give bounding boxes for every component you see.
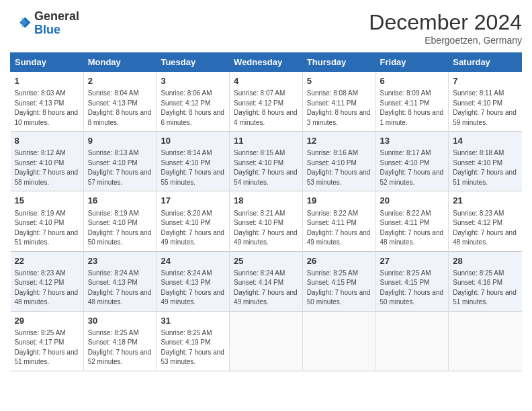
day-detail: Sunrise: 8:25 AMSunset: 4:18 PMDaylight:…: [88, 328, 152, 367]
day-detail: Sunrise: 8:04 AMSunset: 4:13 PMDaylight:…: [88, 89, 152, 128]
calendar-cell: 4Sunrise: 8:07 AMSunset: 4:12 PMDaylight…: [230, 72, 303, 132]
calendar-cell: 8Sunrise: 8:12 AMSunset: 4:10 PMDaylight…: [11, 132, 84, 191]
calendar-cell: 20Sunrise: 8:22 AMSunset: 4:11 PMDayligh…: [375, 191, 449, 251]
day-number: 4: [234, 75, 298, 87]
calendar-cell: 25Sunrise: 8:24 AMSunset: 4:14 PMDayligh…: [230, 251, 303, 311]
day-detail: Sunrise: 8:03 AMSunset: 4:13 PMDaylight:…: [15, 89, 79, 128]
calendar-cell: 16Sunrise: 8:19 AMSunset: 4:10 PMDayligh…: [83, 191, 157, 251]
calendar-cell: [230, 311, 303, 371]
calendar-cell: 7Sunrise: 8:11 AMSunset: 4:10 PMDaylight…: [449, 72, 522, 132]
day-detail: Sunrise: 8:20 AMSunset: 4:10 PMDaylight:…: [161, 209, 225, 248]
day-detail: Sunrise: 8:25 AMSunset: 4:15 PMDaylight:…: [380, 269, 445, 308]
day-detail: Sunrise: 8:18 AMSunset: 4:10 PMDaylight:…: [453, 148, 517, 187]
day-number: 9: [88, 135, 152, 147]
calendar-cell: 12Sunrise: 8:16 AMSunset: 4:10 PMDayligh…: [302, 132, 375, 191]
day-number: 1: [15, 75, 79, 87]
day-detail: Sunrise: 8:09 AMSunset: 4:11 PMDaylight:…: [380, 89, 445, 128]
day-detail: Sunrise: 8:25 AMSunset: 4:19 PMDaylight:…: [161, 328, 225, 367]
day-detail: Sunrise: 8:25 AMSunset: 4:17 PMDaylight:…: [15, 328, 79, 367]
day-number: 22: [15, 255, 79, 267]
calendar-cell: 21Sunrise: 8:23 AMSunset: 4:12 PMDayligh…: [449, 191, 522, 251]
day-number: 23: [88, 255, 152, 267]
calendar-cell: 22Sunrise: 8:23 AMSunset: 4:12 PMDayligh…: [11, 251, 84, 311]
day-detail: Sunrise: 8:25 AMSunset: 4:15 PMDaylight:…: [307, 269, 371, 308]
calendar-cell: [449, 311, 522, 371]
calendar-cell: 14Sunrise: 8:18 AMSunset: 4:10 PMDayligh…: [449, 132, 522, 191]
day-number: 5: [307, 75, 371, 87]
day-number: 13: [380, 135, 445, 147]
day-detail: Sunrise: 8:13 AMSunset: 4:10 PMDaylight:…: [88, 148, 152, 187]
day-detail: Sunrise: 8:15 AMSunset: 4:10 PMDaylight:…: [234, 148, 298, 187]
day-detail: Sunrise: 8:14 AMSunset: 4:10 PMDaylight:…: [161, 148, 225, 187]
day-number: 18: [234, 195, 298, 207]
day-detail: Sunrise: 8:22 AMSunset: 4:11 PMDaylight:…: [380, 209, 445, 248]
day-number: 27: [380, 255, 445, 267]
day-number: 29: [15, 315, 79, 327]
day-number: 31: [161, 315, 225, 327]
day-detail: Sunrise: 8:08 AMSunset: 4:11 PMDaylight:…: [307, 89, 371, 128]
day-number: 12: [307, 135, 371, 147]
calendar-cell: 1Sunrise: 8:03 AMSunset: 4:13 PMDaylight…: [11, 72, 84, 132]
day-number: 3: [161, 75, 225, 87]
day-number: 26: [307, 255, 371, 267]
location-subtitle: Ebergoetzen, Germany: [369, 35, 522, 46]
day-detail: Sunrise: 8:17 AMSunset: 4:10 PMDaylight:…: [380, 148, 445, 187]
day-detail: Sunrise: 8:21 AMSunset: 4:10 PMDaylight:…: [234, 209, 298, 248]
calendar-cell: 28Sunrise: 8:25 AMSunset: 4:16 PMDayligh…: [449, 251, 522, 311]
logo-icon: [10, 13, 32, 34]
day-number: 19: [307, 195, 371, 207]
day-number: 30: [88, 315, 152, 327]
day-detail: Sunrise: 8:11 AMSunset: 4:10 PMDaylight:…: [453, 89, 517, 128]
day-detail: Sunrise: 8:24 AMSunset: 4:13 PMDaylight:…: [88, 269, 152, 308]
calendar-cell: 30Sunrise: 8:25 AMSunset: 4:18 PMDayligh…: [83, 311, 157, 371]
calendar-week-1: 1Sunrise: 8:03 AMSunset: 4:13 PMDaylight…: [11, 72, 522, 132]
day-detail: Sunrise: 8:07 AMSunset: 4:12 PMDaylight:…: [234, 89, 298, 128]
day-detail: Sunrise: 8:19 AMSunset: 4:10 PMDaylight:…: [88, 209, 152, 248]
calendar-week-5: 29Sunrise: 8:25 AMSunset: 4:17 PMDayligh…: [11, 311, 522, 371]
day-number: 2: [88, 75, 152, 87]
calendar-cell: 5Sunrise: 8:08 AMSunset: 4:11 PMDaylight…: [302, 72, 375, 132]
day-number: 11: [234, 135, 298, 147]
day-detail: Sunrise: 8:19 AMSunset: 4:10 PMDaylight:…: [15, 209, 79, 248]
page-header: General Blue December 2024 Ebergoetzen, …: [10, 10, 522, 46]
calendar-cell: 9Sunrise: 8:13 AMSunset: 4:10 PMDaylight…: [83, 132, 157, 191]
calendar-cell: 27Sunrise: 8:25 AMSunset: 4:15 PMDayligh…: [375, 251, 449, 311]
col-friday: Friday: [375, 53, 449, 72]
day-detail: Sunrise: 8:06 AMSunset: 4:12 PMDaylight:…: [161, 89, 225, 128]
day-detail: Sunrise: 8:12 AMSunset: 4:10 PMDaylight:…: [15, 148, 79, 187]
day-number: 8: [15, 135, 79, 147]
col-thursday: Thursday: [302, 53, 375, 72]
day-number: 21: [453, 195, 517, 207]
calendar-cell: 6Sunrise: 8:09 AMSunset: 4:11 PMDaylight…: [375, 72, 449, 132]
calendar-cell: 3Sunrise: 8:06 AMSunset: 4:12 PMDaylight…: [157, 72, 230, 132]
day-number: 10: [161, 135, 225, 147]
day-number: 17: [161, 195, 225, 207]
day-detail: Sunrise: 8:23 AMSunset: 4:12 PMDaylight:…: [453, 209, 517, 248]
day-number: 28: [453, 255, 517, 267]
calendar-week-3: 15Sunrise: 8:19 AMSunset: 4:10 PMDayligh…: [11, 191, 522, 251]
calendar-cell: 13Sunrise: 8:17 AMSunset: 4:10 PMDayligh…: [375, 132, 449, 191]
calendar-table: Sunday Monday Tuesday Wednesday Thursday…: [10, 52, 522, 371]
calendar-cell: [302, 311, 375, 371]
calendar-cell: [375, 311, 449, 371]
calendar-cell: 15Sunrise: 8:19 AMSunset: 4:10 PMDayligh…: [11, 191, 84, 251]
day-detail: Sunrise: 8:24 AMSunset: 4:13 PMDaylight:…: [161, 269, 225, 308]
day-detail: Sunrise: 8:24 AMSunset: 4:14 PMDaylight:…: [234, 269, 298, 308]
col-tuesday: Tuesday: [157, 53, 230, 72]
calendar-body: 1Sunrise: 8:03 AMSunset: 4:13 PMDaylight…: [11, 72, 522, 371]
day-number: 6: [380, 75, 445, 87]
col-wednesday: Wednesday: [230, 53, 303, 72]
calendar-cell: 31Sunrise: 8:25 AMSunset: 4:19 PMDayligh…: [157, 311, 230, 371]
calendar-cell: 26Sunrise: 8:25 AMSunset: 4:15 PMDayligh…: [302, 251, 375, 311]
month-title: December 2024: [369, 10, 522, 35]
day-number: 14: [453, 135, 517, 147]
calendar-cell: 18Sunrise: 8:21 AMSunset: 4:10 PMDayligh…: [230, 191, 303, 251]
calendar-cell: 19Sunrise: 8:22 AMSunset: 4:11 PMDayligh…: [302, 191, 375, 251]
day-detail: Sunrise: 8:25 AMSunset: 4:16 PMDaylight:…: [453, 269, 517, 308]
day-detail: Sunrise: 8:16 AMSunset: 4:10 PMDaylight:…: [307, 148, 371, 187]
logo: General Blue: [10, 10, 79, 37]
day-detail: Sunrise: 8:23 AMSunset: 4:12 PMDaylight:…: [15, 269, 79, 308]
logo-text: General Blue: [34, 10, 79, 37]
day-number: 25: [234, 255, 298, 267]
calendar-cell: 2Sunrise: 8:04 AMSunset: 4:13 PMDaylight…: [83, 72, 157, 132]
